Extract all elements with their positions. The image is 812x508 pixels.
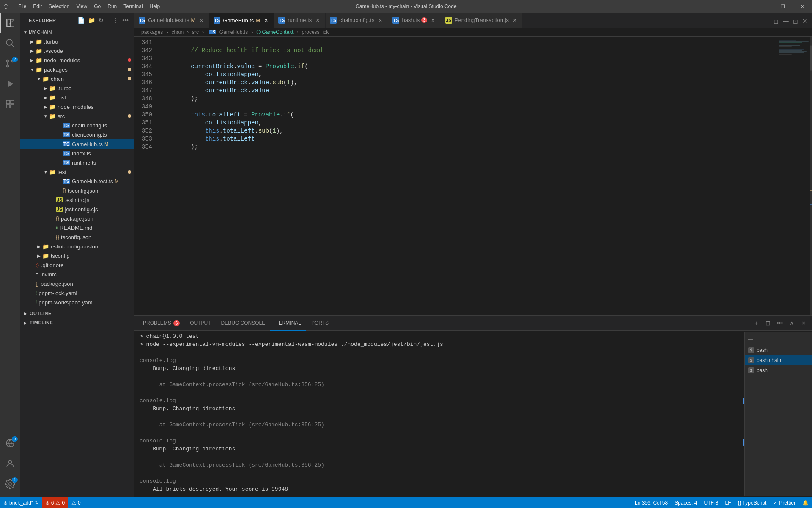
- activity-remote[interactable]: ⊗: [0, 433, 20, 453]
- menu-terminal[interactable]: Terminal: [120, 0, 146, 13]
- panel-tab-problems[interactable]: PROBLEMS 6: [138, 316, 185, 331]
- more-terminal-button[interactable]: •••: [775, 318, 785, 328]
- terminal-instance-bash-1[interactable]: $ bash: [745, 345, 812, 355]
- tab-hash-ts[interactable]: TS hash.ts 3 ×: [388, 13, 441, 28]
- tree-chain-config[interactable]: ▶ TS chain.config.ts: [20, 121, 134, 130]
- tree-package-json-root[interactable]: ▶ {} package.json: [20, 279, 134, 288]
- activity-extensions[interactable]: [0, 94, 20, 114]
- panel-tab-debug-console[interactable]: DEBUG CONSOLE: [216, 316, 271, 331]
- maximize-button[interactable]: ❐: [773, 0, 793, 13]
- tree-tsconfig-folder[interactable]: ▶ 📁 tsconfig: [20, 251, 134, 260]
- status-encoding[interactable]: UTF-8: [700, 497, 721, 508]
- tree-root[interactable]: ▼ MY-CHAIN: [20, 28, 134, 37]
- split-terminal-button[interactable]: ⊡: [763, 318, 773, 328]
- tab-close-button[interactable]: ×: [377, 17, 384, 24]
- tab-close-button[interactable]: ×: [511, 17, 518, 24]
- menu-file[interactable]: File: [15, 0, 30, 13]
- breadcrumb-processtick[interactable]: processTick: [302, 29, 329, 35]
- tab-pending-transaction[interactable]: JS PendingTransaction.js ×: [441, 13, 523, 28]
- tree-pnpm-lock[interactable]: ▶ ! pnpm-lock.yaml: [20, 288, 134, 298]
- breadcrumb-chain[interactable]: chain: [171, 29, 184, 35]
- tree-dist[interactable]: ▶ 📁 dist: [20, 93, 134, 102]
- tree-package-json-chain[interactable]: ▶ {} package.json: [20, 214, 134, 223]
- tree-turbo-1[interactable]: ▶ 📁 .turbo: [20, 37, 134, 46]
- minimize-button[interactable]: —: [754, 0, 773, 13]
- status-remote[interactable]: ⊗ brick_add* ↻: [0, 497, 42, 508]
- minimap-scrollbar[interactable]: [810, 45, 812, 71]
- panel-tab-ports[interactable]: PORTS: [306, 316, 334, 331]
- activity-accounts[interactable]: [0, 453, 20, 474]
- more-actions-button[interactable]: •••: [121, 16, 129, 25]
- panel-tab-output[interactable]: OUTPUT: [185, 316, 216, 331]
- tab-gamehub-ts[interactable]: TS GameHub.ts M ×: [209, 13, 274, 28]
- maximize-panel-button[interactable]: ∧: [787, 318, 797, 328]
- status-spaces[interactable]: Spaces: 4: [671, 497, 700, 508]
- breadcrumb-src[interactable]: src: [192, 29, 199, 35]
- menu-view[interactable]: View: [73, 0, 91, 13]
- tree-vscode[interactable]: ▶ 📁 .vscode: [20, 46, 134, 55]
- tree-nvmrc[interactable]: ▶ = .nvmrc: [20, 270, 134, 279]
- tree-eslintrc[interactable]: ▶ JS .eslintrc.js: [20, 195, 134, 204]
- timeline-section[interactable]: ▶ TIMELINE: [20, 318, 134, 327]
- close-button[interactable]: ✕: [793, 0, 812, 13]
- customize-layout-button[interactable]: ⊡: [791, 17, 800, 27]
- activity-source-control[interactable]: 2: [0, 53, 20, 74]
- code-content[interactable]: // Reduce health if brick is not dead cu…: [156, 37, 778, 315]
- breadcrumb-packages[interactable]: packages: [141, 29, 163, 35]
- tree-jest-config[interactable]: ▶ JS jest.config.cjs: [20, 204, 134, 214]
- new-terminal-button[interactable]: +: [751, 318, 761, 328]
- menu-edit[interactable]: Edit: [30, 0, 45, 13]
- tab-close-button[interactable]: ×: [314, 17, 321, 24]
- collapse-all-button[interactable]: ⋮⋮: [106, 16, 120, 25]
- menu-go[interactable]: Go: [91, 0, 104, 13]
- breadcrumb-gamecontext[interactable]: ⬡ GameContext: [256, 29, 293, 35]
- tree-packages[interactable]: ▼ 📁 packages: [20, 65, 134, 74]
- activity-settings[interactable]: 1: [0, 474, 20, 494]
- tree-test[interactable]: ▼ 📁 test: [20, 167, 134, 177]
- tree-eslint-config[interactable]: ▶ 📁 eslint-config-custom: [20, 242, 134, 251]
- refresh-button[interactable]: ↻: [98, 16, 104, 25]
- status-notifications[interactable]: ⚠ 0: [68, 497, 84, 508]
- menu-run[interactable]: Run: [104, 0, 120, 13]
- tree-client-config[interactable]: ▶ TS client.config.ts: [20, 130, 134, 139]
- tab-close-button[interactable]: ×: [198, 17, 205, 24]
- terminal-text[interactable]: > chain@1.0.0 test > node --experimental…: [134, 332, 744, 496]
- tab-gamehub-test[interactable]: TS GameHub.test.ts M ×: [134, 13, 209, 28]
- tab-close-button[interactable]: ×: [430, 17, 436, 24]
- new-file-button[interactable]: 📄: [77, 16, 85, 25]
- tab-runtime-ts[interactable]: TS runtime.ts ×: [274, 13, 326, 28]
- tab-chain-config[interactable]: TS chain.config.ts ×: [326, 13, 388, 28]
- outline-section[interactable]: ▶ OUTLINE: [20, 309, 134, 318]
- terminal-instance-bash-chain[interactable]: $ bash chain: [745, 355, 812, 365]
- terminal-instance-bash-2[interactable]: $ bash: [745, 365, 812, 375]
- tree-src[interactable]: ▼ 📁 src: [20, 111, 134, 121]
- tree-pnpm-workspace[interactable]: ▶ ! pnpm-workspace.yaml: [20, 298, 134, 307]
- menu-help[interactable]: Help: [146, 0, 164, 13]
- status-cursor-position[interactable]: Ln 356, Col 58: [631, 497, 671, 508]
- tree-gamehub-test[interactable]: ▶ TS GameHub.test.ts M: [20, 177, 134, 186]
- tree-gitignore[interactable]: ▶ ◇ .gitignore: [20, 260, 134, 270]
- close-panel-button[interactable]: ×: [798, 318, 809, 328]
- status-notification-bell[interactable]: 🔔: [799, 497, 812, 508]
- tree-tsconfig-test[interactable]: ▶ {} tsconfig.json: [20, 186, 134, 195]
- new-folder-button[interactable]: 📁: [87, 16, 96, 25]
- tree-turbo-2[interactable]: ▶ 📁 .turbo: [20, 83, 134, 93]
- status-language[interactable]: {} TypeScript: [734, 497, 770, 508]
- more-tabs-button[interactable]: •••: [781, 17, 791, 27]
- status-formatter[interactable]: ✓ Prettier: [770, 497, 799, 508]
- menu-selection[interactable]: Selection: [45, 0, 73, 13]
- tree-runtime-ts[interactable]: ▶ TS runtime.ts: [20, 158, 134, 167]
- tree-node-modules-1[interactable]: ▶ 📁 node_modules: [20, 55, 134, 65]
- activity-run-debug[interactable]: [0, 74, 20, 94]
- status-errors[interactable]: ⊗ 6 ⚠ 0: [42, 497, 68, 508]
- tree-chain[interactable]: ▼ 📁 chain: [20, 74, 134, 83]
- status-eol[interactable]: LF: [721, 497, 734, 508]
- close-panel-button[interactable]: ×: [801, 15, 809, 28]
- tree-gamehub-ts[interactable]: ▶ TS GameHub.ts M: [20, 139, 134, 149]
- split-editor-button[interactable]: ⊞: [772, 17, 780, 27]
- tree-readme[interactable]: ▶ ℹ README.md: [20, 223, 134, 232]
- activity-explorer[interactable]: [0, 13, 20, 33]
- tab-close-button[interactable]: ×: [263, 17, 269, 24]
- breadcrumb-file[interactable]: TS GameHub.ts: [207, 29, 248, 35]
- panel-tab-terminal[interactable]: TERMINAL: [270, 316, 306, 331]
